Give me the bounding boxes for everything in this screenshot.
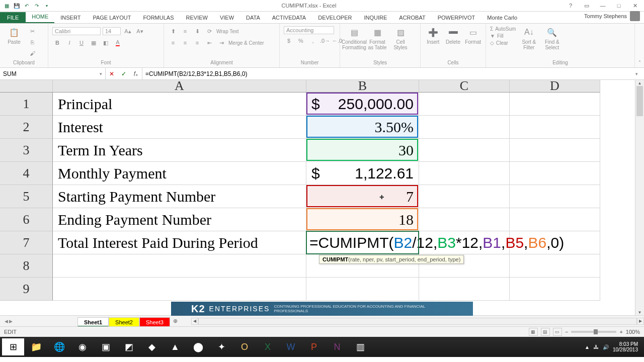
tray-network-icon[interactable]: 🖧 xyxy=(594,344,599,350)
border-icon[interactable]: ▦ xyxy=(89,38,99,48)
scroll-up-icon[interactable]: ▲ xyxy=(635,80,644,86)
decrease-decimal-icon[interactable]: ←.0 xyxy=(332,36,342,46)
taskbar-outlook-icon[interactable]: O xyxy=(233,338,256,355)
row-header-9[interactable]: 9 xyxy=(0,278,53,301)
cell-d5[interactable] xyxy=(510,185,600,208)
fill-button[interactable]: ▼ Fill xyxy=(490,33,516,39)
cell-b3[interactable]: 30 xyxy=(306,139,419,162)
taskbar-ie-icon[interactable]: 🌐 xyxy=(48,338,70,355)
cell-d3[interactable] xyxy=(510,139,600,162)
cell-d4[interactable] xyxy=(510,162,600,185)
paste-button[interactable]: 📋 Paste xyxy=(4,26,24,45)
percent-icon[interactable]: % xyxy=(296,36,306,46)
merge-center-button[interactable]: Merge & Center xyxy=(228,40,264,46)
fill-color-icon[interactable]: ◧ xyxy=(101,38,111,48)
tab-insert[interactable]: INSERT xyxy=(54,12,87,23)
col-header-d[interactable]: D xyxy=(510,80,600,93)
tab-review[interactable]: REVIEW xyxy=(180,12,214,23)
row-header-1[interactable]: 1 xyxy=(0,93,53,116)
tab-inquire[interactable]: INQUIRE xyxy=(358,12,393,23)
cell-a1[interactable]: Principal xyxy=(53,93,306,116)
clear-button[interactable]: ◇ Clear xyxy=(490,40,516,46)
insert-cells-button[interactable]: ➕Insert xyxy=(425,26,442,45)
format-painter-icon[interactable]: 🖌 xyxy=(27,48,37,58)
taskbar-word-icon[interactable]: W xyxy=(280,338,302,355)
tab-view[interactable]: VIEW xyxy=(214,12,240,23)
align-left-icon[interactable]: ≡ xyxy=(168,38,178,48)
font-name-select[interactable]: Calibri xyxy=(52,27,101,35)
align-middle-icon[interactable]: ≡ xyxy=(180,26,190,36)
cell-d2[interactable] xyxy=(510,116,600,139)
sheet-tab-sheet1[interactable]: Sheet1 xyxy=(77,317,109,327)
scroll-left-icon[interactable]: ◀ xyxy=(191,318,198,325)
zoom-in-icon[interactable]: + xyxy=(619,329,622,335)
taskbar-excel-icon[interactable]: X xyxy=(257,338,279,355)
increase-indent-icon[interactable]: ⇥ xyxy=(216,38,226,48)
currency-icon[interactable]: $ xyxy=(284,36,294,46)
name-box-input[interactable] xyxy=(3,70,100,77)
bold-icon[interactable]: B xyxy=(52,38,62,48)
cell-d9[interactable] xyxy=(510,278,600,301)
font-size-select[interactable]: 14 xyxy=(103,27,121,35)
format-as-table-button[interactable]: ▦Format as Table xyxy=(367,26,387,50)
cell-c9[interactable] xyxy=(419,278,510,301)
start-button[interactable]: ⊞ xyxy=(2,338,24,355)
tab-acrobat[interactable]: ACROBAT xyxy=(393,12,431,23)
row-header-6[interactable]: 6 xyxy=(0,208,53,231)
page-layout-view-icon[interactable]: ▤ xyxy=(541,328,550,336)
format-cells-button[interactable]: ▭Format xyxy=(464,26,481,45)
tab-formulas[interactable]: FORMULAS xyxy=(137,12,180,23)
increase-decimal-icon[interactable]: .0→ xyxy=(320,36,330,46)
taskbar-chrome-icon[interactable]: ◉ xyxy=(71,338,94,355)
cancel-formula-icon[interactable]: ✕ xyxy=(106,70,118,77)
cell-styles-button[interactable]: ▨Cell Styles xyxy=(390,26,411,50)
taskbar-app6-icon[interactable]: ✦ xyxy=(210,338,232,355)
system-tray[interactable]: ▲ 🖧 🔊 8:03 PM 10/28/2013 xyxy=(585,341,642,352)
enter-formula-icon[interactable]: ✓ xyxy=(118,70,130,77)
account-user[interactable]: Tommy Stephens xyxy=(580,9,644,23)
align-bottom-icon[interactable]: ⬇ xyxy=(192,26,202,36)
sheet-tab-sheet3[interactable]: Sheet3 xyxy=(139,317,170,327)
cell-a5[interactable]: Starting Payment Number xyxy=(53,185,306,208)
tab-activedata[interactable]: ACTIVEDATA xyxy=(266,12,312,23)
row-header-8[interactable]: 8 xyxy=(0,254,53,278)
autosum-button[interactable]: Σ AutoSum xyxy=(490,26,516,32)
zoom-slider[interactable] xyxy=(571,331,616,333)
sheet-nav[interactable]: ◀ ▶ xyxy=(0,316,17,326)
sheet-tab-sheet2[interactable]: Sheet2 xyxy=(109,317,139,327)
cell-a7[interactable]: Total Interest Paid During Period xyxy=(53,231,306,254)
cell-a2[interactable]: Interest xyxy=(53,116,306,139)
cell-a8[interactable] xyxy=(53,254,306,278)
comma-icon[interactable]: , xyxy=(308,36,318,46)
undo-icon[interactable]: ↶ xyxy=(23,2,30,9)
taskbar-clock[interactable]: 8:03 PM 10/28/2013 xyxy=(613,341,638,352)
cell-a9[interactable] xyxy=(53,278,306,301)
cell-c5[interactable] xyxy=(419,185,510,208)
cell-c1[interactable] xyxy=(419,93,510,116)
conditional-formatting-button[interactable]: ▤Conditional Formatting xyxy=(344,26,364,50)
cell-b9[interactable] xyxy=(306,278,419,301)
row-header-3[interactable]: 3 xyxy=(0,139,53,162)
taskbar-app2-icon[interactable]: ◩ xyxy=(118,338,140,355)
tab-powerpivot[interactable]: POWERPIVOT xyxy=(432,12,481,23)
file-tab[interactable]: FILE xyxy=(0,12,26,23)
number-format-select[interactable]: Accounting xyxy=(284,26,334,34)
decrease-font-icon[interactable]: A▾ xyxy=(135,26,145,36)
save-icon[interactable]: 💾 xyxy=(13,2,20,9)
underline-icon[interactable]: U xyxy=(76,38,87,48)
row-header-4[interactable]: 4 xyxy=(0,162,53,185)
italic-icon[interactable]: I xyxy=(64,38,74,48)
tab-pagelayout[interactable]: PAGE LAYOUT xyxy=(87,12,137,23)
taskbar-app3-icon[interactable]: ◆ xyxy=(141,338,163,355)
col-header-a[interactable]: A xyxy=(53,80,306,93)
copy-icon[interactable]: ⎘ xyxy=(27,37,37,47)
cell-b4[interactable]: $1,122.61 xyxy=(306,162,419,185)
tab-developer[interactable]: DEVELOPER xyxy=(312,12,358,23)
qat-more-icon[interactable]: ▾ xyxy=(43,2,50,9)
cell-a3[interactable]: Term In Years xyxy=(53,139,306,162)
cell-b5[interactable]: 7 xyxy=(306,185,419,208)
cell-d1[interactable] xyxy=(510,93,600,116)
align-right-icon[interactable]: ≡ xyxy=(192,38,202,48)
cell-b2[interactable]: 3.50% xyxy=(306,116,419,139)
tab-data[interactable]: DATA xyxy=(240,12,266,23)
